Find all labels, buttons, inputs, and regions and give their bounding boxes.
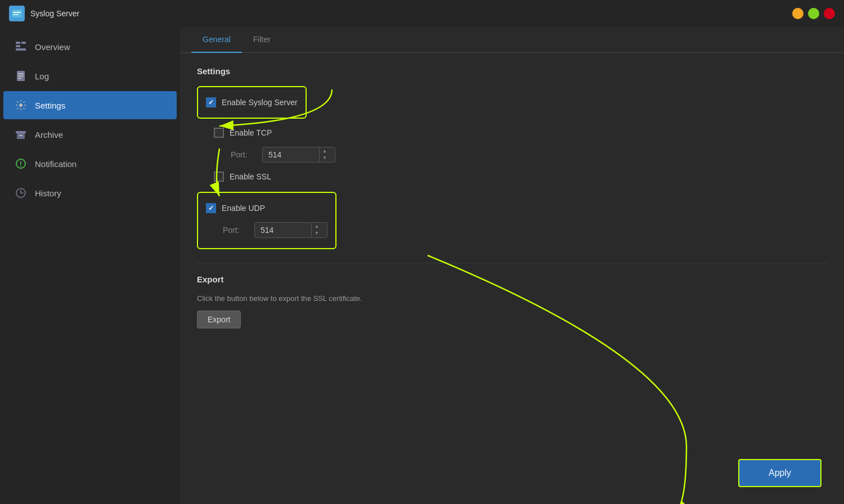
enable-syslog-label: Enable Syslog Server bbox=[222, 98, 298, 107]
svg-text:!: ! bbox=[20, 160, 22, 168]
enable-udp-label: Enable UDP bbox=[222, 204, 265, 213]
tcp-section: Enable TCP Port: ▲ ▼ Ena bbox=[214, 123, 827, 186]
svg-rect-1 bbox=[13, 12, 21, 13]
tcp-port-spinners: ▲ ▼ bbox=[319, 148, 330, 161]
enable-ssl-checkbox[interactable] bbox=[214, 172, 224, 182]
enable-udp-box: Enable UDP Port: ▲ ▼ bbox=[197, 192, 336, 249]
sidebar-label-archive: Archive bbox=[35, 130, 63, 140]
svg-rect-8 bbox=[18, 73, 24, 74]
tab-bar: General Filter bbox=[180, 27, 844, 53]
sidebar: Overview Log Settings bbox=[0, 27, 180, 504]
enable-ssl-label: Enable SSL bbox=[230, 172, 271, 181]
udp-port-spinners: ▲ ▼ bbox=[311, 223, 322, 237]
udp-port-row: Port: ▲ ▼ bbox=[223, 222, 327, 238]
svg-rect-6 bbox=[16, 48, 26, 51]
tab-general[interactable]: General bbox=[191, 27, 242, 53]
app-icon bbox=[9, 6, 25, 21]
udp-port-input-wrapper: ▲ ▼ bbox=[254, 222, 327, 238]
enable-udp-row[interactable]: Enable UDP bbox=[206, 199, 327, 218]
enable-tcp-checkbox[interactable] bbox=[214, 128, 224, 138]
enable-tcp-row[interactable]: Enable TCP bbox=[214, 123, 827, 142]
enable-syslog-row[interactable]: Enable Syslog Server bbox=[206, 93, 298, 112]
enable-tcp-label: Enable TCP bbox=[230, 128, 272, 137]
svg-rect-10 bbox=[18, 78, 21, 79]
enable-syslog-checkbox[interactable] bbox=[206, 97, 216, 107]
minimize-button[interactable] bbox=[792, 8, 803, 19]
overview-icon bbox=[15, 40, 27, 53]
notification-icon: ! bbox=[15, 158, 27, 170]
tcp-port-row: Port: ▲ ▼ bbox=[231, 147, 827, 163]
tcp-port-up[interactable]: ▲ bbox=[320, 148, 330, 155]
export-button[interactable]: Export bbox=[197, 310, 241, 328]
svg-point-11 bbox=[19, 104, 23, 107]
sidebar-item-overview[interactable]: Overview bbox=[3, 33, 177, 61]
svg-rect-3 bbox=[16, 42, 20, 44]
udp-port-up[interactable]: ▲ bbox=[312, 223, 322, 230]
sidebar-label-history: History bbox=[35, 188, 61, 198]
sidebar-item-settings[interactable]: Settings bbox=[3, 91, 177, 119]
settings-section-title: Settings bbox=[197, 66, 827, 76]
tcp-port-input[interactable] bbox=[263, 147, 319, 162]
titlebar: Syslog Server bbox=[0, 0, 844, 27]
svg-rect-4 bbox=[16, 45, 20, 47]
tcp-port-input-wrapper: ▲ ▼ bbox=[262, 147, 335, 163]
tcp-port-down[interactable]: ▼ bbox=[320, 155, 330, 161]
close-button[interactable] bbox=[824, 8, 835, 19]
app-title: Syslog Server bbox=[30, 9, 79, 18]
sidebar-item-log[interactable]: Log bbox=[3, 62, 177, 90]
apply-button[interactable]: Apply bbox=[738, 459, 821, 487]
udp-port-label: Port: bbox=[223, 226, 245, 235]
tab-filter[interactable]: Filter bbox=[242, 27, 282, 53]
apply-button-container: Apply bbox=[738, 459, 821, 487]
enable-ssl-row[interactable]: Enable SSL bbox=[214, 167, 827, 186]
export-section: Export Click the button below to export … bbox=[197, 263, 827, 328]
content-area: General Filter Settings Enable Syslog Se… bbox=[180, 27, 844, 504]
svg-rect-9 bbox=[18, 75, 24, 76]
enable-udp-checkbox[interactable] bbox=[206, 203, 216, 213]
svg-rect-14 bbox=[19, 135, 23, 136]
sidebar-item-notification[interactable]: ! Notification bbox=[3, 150, 177, 178]
udp-port-input[interactable] bbox=[255, 223, 311, 237]
history-icon bbox=[15, 187, 27, 199]
content-body: Settings Enable Syslog Server Enable TCP… bbox=[180, 53, 844, 504]
export-title: Export bbox=[197, 274, 827, 284]
export-description: Click the button below to export the SSL… bbox=[197, 294, 827, 303]
tcp-port-label: Port: bbox=[231, 150, 253, 159]
svg-rect-0 bbox=[12, 10, 22, 17]
settings-icon bbox=[15, 99, 27, 111]
enable-syslog-box: Enable Syslog Server bbox=[197, 86, 307, 119]
sidebar-label-overview: Overview bbox=[35, 42, 70, 52]
archive-icon bbox=[15, 128, 27, 141]
maximize-button[interactable] bbox=[808, 8, 819, 19]
sidebar-label-log: Log bbox=[35, 71, 49, 81]
sidebar-item-archive[interactable]: Archive bbox=[3, 120, 177, 148]
svg-rect-2 bbox=[13, 14, 19, 15]
log-icon bbox=[15, 70, 27, 82]
sidebar-item-history[interactable]: History bbox=[3, 179, 177, 207]
sidebar-label-settings: Settings bbox=[35, 101, 65, 110]
svg-rect-12 bbox=[16, 131, 26, 133]
window-controls bbox=[792, 8, 835, 19]
udp-port-down[interactable]: ▼ bbox=[312, 230, 322, 237]
sidebar-label-notification: Notification bbox=[35, 159, 77, 169]
svg-rect-5 bbox=[21, 42, 26, 44]
